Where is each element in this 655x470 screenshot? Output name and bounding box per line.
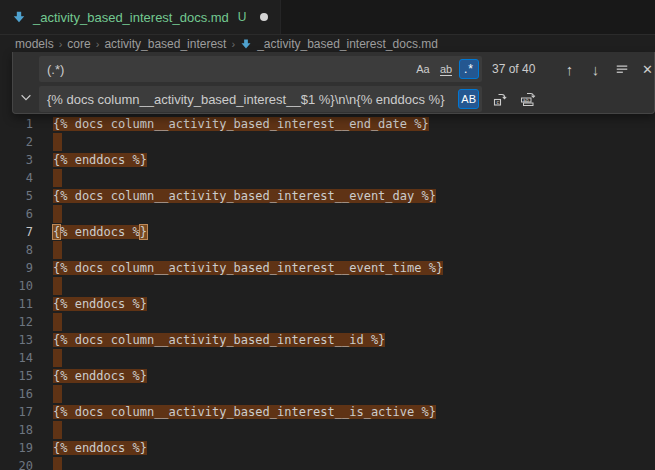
line-number: 13 [0, 331, 33, 349]
find-match-highlight: {% docs column__activity_based_interest_… [53, 333, 385, 347]
arrow-down-icon: ↓ [592, 62, 600, 77]
line-content[interactable]: {% enddocs %} [53, 367, 147, 385]
line-content[interactable]: {% docs column__activity_based_interest_… [53, 187, 436, 205]
markdown-icon [240, 38, 252, 50]
find-match-highlight: {% enddocs %} [53, 297, 147, 311]
replace-value: {% docs column__activity_based_interest_… [47, 92, 444, 107]
close-find-widget-button[interactable]: ✕ [637, 59, 655, 80]
find-replace-widget: (.*) Aa ab .* 37 of 40 ↑ ↓ [12, 52, 655, 114]
line-content[interactable] [53, 421, 62, 439]
editor-line[interactable]: 7{% enddocs %} [0, 223, 655, 241]
preserve-case-toggle[interactable]: AB [458, 89, 479, 109]
line-number: 10 [0, 277, 33, 295]
find-in-selection-button[interactable] [611, 59, 632, 80]
breadcrumb-item-models[interactable]: models [15, 37, 54, 51]
line-content[interactable]: {% enddocs %} [53, 151, 147, 169]
find-match-highlight [53, 457, 62, 470]
line-number: 8 [0, 241, 33, 259]
line-content[interactable]: {% enddocs %} [53, 295, 147, 313]
find-match-highlight [53, 133, 62, 151]
editor-line[interactable]: 8 [0, 241, 655, 259]
line-number: 12 [0, 313, 33, 331]
line-content[interactable]: {% docs column__activity_based_interest_… [53, 403, 436, 421]
replace-all-button[interactable]: ab [517, 89, 538, 110]
find-match-highlight [53, 241, 62, 259]
line-content[interactable]: {% docs column__activity_based_interest_… [53, 331, 385, 349]
line-number: 14 [0, 349, 33, 367]
editor-line[interactable]: 10 [0, 277, 655, 295]
tab-label: _activity_based_interest_docs.md [33, 10, 229, 25]
editor-line[interactable]: 14 [0, 349, 655, 367]
line-content[interactable] [53, 277, 62, 295]
replace-button[interactable]: c [489, 89, 510, 110]
svg-text:ab: ab [523, 98, 529, 103]
line-content[interactable] [53, 385, 62, 403]
breadcrumb-item-activity-based-interest[interactable]: activity_based_interest [104, 37, 226, 51]
line-content[interactable]: {% docs column__activity_based_interest_… [53, 115, 429, 133]
breadcrumb-item-file[interactable]: _activity_based_interest_docs.md [257, 37, 438, 51]
match-case-toggle[interactable]: Aa [413, 59, 433, 79]
line-content[interactable] [53, 169, 62, 187]
line-number: 9 [0, 259, 33, 277]
svg-text:c: c [496, 99, 499, 105]
match-count: 37 of 40 [492, 62, 558, 76]
find-match-highlight [53, 205, 62, 223]
editor-lines[interactable]: 1{% docs column__activity_based_interest… [0, 115, 655, 470]
toggle-replace-button[interactable] [13, 52, 39, 113]
find-match-highlight [53, 169, 62, 187]
replace-icon: c [492, 91, 508, 107]
line-content[interactable]: {% enddocs %} [53, 439, 147, 457]
replace-input[interactable]: {% docs column__activity_based_interest_… [39, 86, 482, 112]
line-content[interactable] [53, 205, 62, 223]
editor-line[interactable]: 17{% docs column__activity_based_interes… [0, 403, 655, 421]
next-match-button[interactable]: ↓ [585, 59, 606, 80]
editor-line[interactable]: 15{% enddocs %} [0, 367, 655, 385]
editor-line[interactable]: 9{% docs column__activity_based_interest… [0, 259, 655, 277]
editor-line[interactable]: 3{% enddocs %} [0, 151, 655, 169]
editor-line[interactable]: 11{% enddocs %} [0, 295, 655, 313]
find-input[interactable]: (.*) Aa ab .* [39, 56, 482, 82]
editor-line[interactable]: 5{% docs column__activity_based_interest… [0, 187, 655, 205]
find-match-highlight: {% docs column__activity_based_interest_… [53, 117, 429, 131]
line-content[interactable]: {% enddocs %} [53, 223, 147, 241]
line-content[interactable] [53, 457, 62, 470]
editor-tab[interactable]: _activity_based_interest_docs.md U [0, 0, 281, 34]
line-number: 1 [0, 115, 33, 133]
whole-word-toggle[interactable]: ab [436, 59, 456, 79]
modified-dot[interactable] [260, 13, 268, 21]
editor-line[interactable]: 16 [0, 385, 655, 403]
editor-line[interactable]: 1{% docs column__activity_based_interest… [0, 115, 655, 133]
find-match-highlight: {% docs column__activity_based_interest_… [53, 261, 443, 275]
regex-toggle[interactable]: .* [459, 59, 479, 79]
previous-match-button[interactable]: ↑ [559, 59, 580, 80]
line-number: 20 [0, 457, 33, 470]
line-number: 16 [0, 385, 33, 403]
line-number: 11 [0, 295, 33, 313]
line-content[interactable]: {% docs column__activity_based_interest_… [53, 259, 443, 277]
editor-line[interactable]: 4 [0, 169, 655, 187]
line-content[interactable] [53, 313, 62, 331]
line-number: 7 [0, 223, 33, 241]
breadcrumb-separator: › [96, 38, 100, 50]
line-number: 4 [0, 169, 33, 187]
tab-bar: _activity_based_interest_docs.md U [0, 0, 655, 35]
find-match-highlight [53, 349, 62, 367]
breadcrumb-item-core[interactable]: core [67, 37, 90, 51]
find-match-current: {% enddocs %} [53, 225, 147, 239]
editor-line[interactable]: 20 [0, 457, 655, 470]
editor-line[interactable]: 6 [0, 205, 655, 223]
close-icon: ✕ [642, 62, 653, 77]
editor-line[interactable]: 13{% docs column__activity_based_interes… [0, 331, 655, 349]
editor-line[interactable]: 12 [0, 313, 655, 331]
line-content[interactable] [53, 133, 62, 151]
line-number: 3 [0, 151, 33, 169]
bracket-match: { [52, 224, 61, 240]
line-content[interactable] [53, 349, 62, 367]
editor-line[interactable]: 18 [0, 421, 655, 439]
editor-line[interactable]: 2 [0, 133, 655, 151]
editor-line[interactable]: 19{% enddocs %} [0, 439, 655, 457]
arrow-up-icon: ↑ [566, 62, 574, 77]
line-content[interactable] [53, 241, 62, 259]
breadcrumb: models › core › activity_based_interest … [0, 35, 655, 52]
find-match-highlight: {% enddocs %} [53, 369, 147, 383]
